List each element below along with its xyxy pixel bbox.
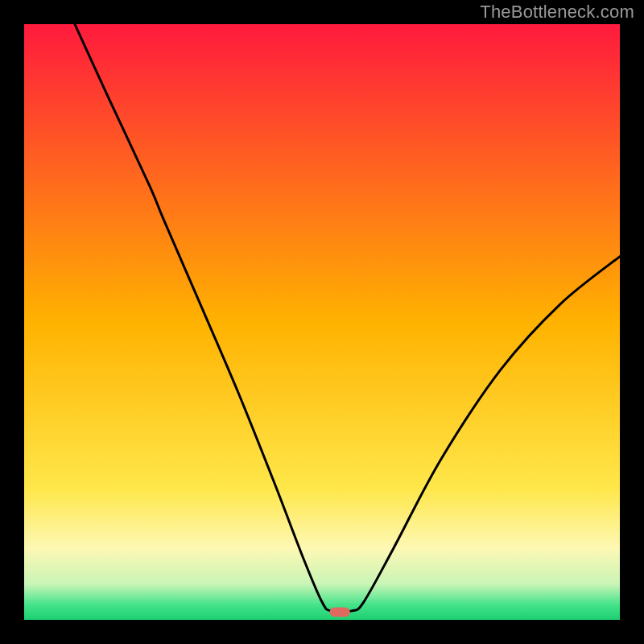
minimum-marker xyxy=(330,607,350,617)
chart-frame: TheBottleneck.com xyxy=(0,0,644,644)
bottleneck-chart xyxy=(24,24,620,620)
watermark-text: TheBottleneck.com xyxy=(480,2,634,23)
chart-background xyxy=(24,24,620,620)
